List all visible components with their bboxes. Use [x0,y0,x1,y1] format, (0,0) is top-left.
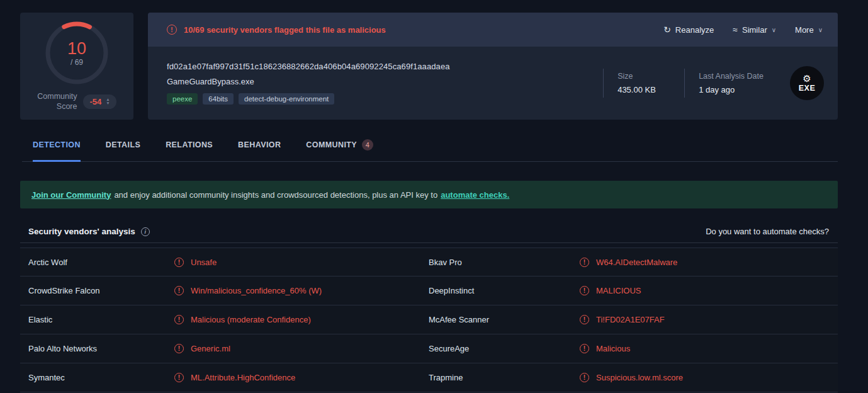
similar-icon: ≈ [733,25,738,35]
detection-score-value: 10 [67,40,86,57]
reanalyze-button[interactable]: ↻ Reanalyze [663,25,714,35]
file-header-card: ! 10/69 security vendors flagged this fi… [148,13,838,120]
tag-peexe[interactable]: peexe [167,93,198,105]
table-row: Palo Alto Networks ! Generic.ml SecureAg… [20,334,838,363]
alert-icon: ! [580,286,589,295]
alert-icon: ! [174,258,184,267]
tab-behavior[interactable]: BEHAVIOR [238,139,281,162]
detection-result: ! W64.AIDetectMalware [580,258,838,267]
detection-result: ! Suspicious.low.ml.score [580,373,838,382]
detection-result: ! Generic.ml [174,344,429,353]
banner-text: and enjoy additional community insights … [114,190,437,200]
tag-detect-debug-environment[interactable]: detect-debug-environment [239,93,334,105]
vendor-name: Symantec [28,373,174,382]
automate-checks-link[interactable]: automate checks. [441,190,509,200]
file-name: GameGuardBypass.exe [167,77,589,86]
table-row: Elastic ! Malicious (moderate Confidence… [20,305,838,334]
join-community-link[interactable]: Join our Community [31,190,111,200]
tab-detection[interactable]: DETECTION [33,139,81,162]
section-title: Security vendors' analysis [28,227,135,236]
alert-icon: ! [174,315,184,324]
exe-file-type-icon: ⚙ EXE [790,66,824,100]
table-row: CrowdStrike Falcon ! Win/malicious_confi… [20,276,838,305]
community-score-card: 10 / 69 Community Score -54 ▲ ▼ [20,13,133,120]
community-score-badge[interactable]: -54 ▲ ▼ [83,94,116,109]
file-hash: fd02a1e07faf997d31f51c186236882662da406b… [167,62,589,71]
file-tags: peexe 64bits detect-debug-environment [167,93,589,105]
detection-result: ! Win/malicious_confidence_60% (W) [174,286,429,295]
vendor-name: DeepInstinct [429,286,580,295]
vendor-name: CrowdStrike Falcon [28,286,174,295]
join-community-banner: Join our Communityand enjoy additional c… [20,181,838,208]
vendor-name: Elastic [28,315,174,324]
detection-score-total: / 69 [70,58,83,67]
vendor-name: SecureAge [429,344,580,353]
security-vendors-analysis-section: Security vendors' analysis i Do you want… [20,220,838,392]
vendor-name: McAfee Scanner [429,315,580,324]
table-row: Arctic Wolf ! Unsafe Bkav Pro ! W64.AIDe… [20,248,838,276]
alert-icon: ! [580,315,589,324]
vendor-name: Arctic Wolf [28,258,174,267]
tab-details[interactable]: DETAILS [106,139,140,162]
last-analysis-date: Last Analysis Date 1 day ago [699,72,764,94]
gear-icon: ⚙ [803,74,811,84]
table-row: Symantec ! ML.Attribute.HighConfidence T… [20,363,838,392]
tab-relations[interactable]: RELATIONS [166,139,213,162]
chevron-down-icon: ∨ [772,26,776,33]
detection-result: ! ML.Attribute.HighConfidence [174,373,429,382]
community-score-value: -54 [89,97,101,106]
similar-button[interactable]: ≈ Similar ∨ [733,25,776,35]
vendor-name: Bkav Pro [429,258,580,267]
vote-down-caret-icon[interactable]: ▼ [106,101,110,105]
divider [684,69,685,98]
malicious-warning-text: 10/69 security vendors flagged this file… [184,25,386,35]
alert-icon: ! [174,344,184,353]
tag-64bits[interactable]: 64bits [203,93,234,105]
malicious-warning-strip: ! 10/69 security vendors flagged this fi… [148,13,838,47]
automate-checks-prompt[interactable]: Do you want to automate checks? [706,227,829,236]
tab-community[interactable]: COMMUNITY 4 [306,139,373,162]
alert-icon: ! [580,373,589,382]
vendors-table: Arctic Wolf ! Unsafe Bkav Pro ! W64.AIDe… [20,248,838,392]
info-icon[interactable]: i [141,227,150,236]
community-count-badge: 4 [362,139,373,151]
detection-result: ! Unsafe [174,258,429,267]
alert-icon: ! [580,258,589,267]
report-tabs: DETECTION DETAILS RELATIONS BEHAVIOR COM… [22,139,838,162]
vendor-name: Trapmine [429,373,580,382]
detection-result: ! Ti!FD02A1E07FAF [580,315,838,324]
community-score-label: Community Score [37,91,77,111]
alert-icon: ! [167,25,177,35]
detection-score-gauge: 10 / 69 [44,20,110,86]
more-button[interactable]: More ∨ [795,25,823,35]
chevron-down-icon: ∨ [818,26,823,33]
detection-result: ! Malicious (moderate Confidence) [174,315,429,324]
divider [603,69,604,98]
file-size: Size 435.00 KB [617,72,670,94]
alert-icon: ! [174,286,184,295]
vendor-name: Palo Alto Networks [28,344,174,353]
refresh-icon: ↻ [663,25,671,35]
alert-icon: ! [580,344,589,353]
alert-icon: ! [174,373,184,382]
detection-result: ! Malicious [580,344,838,353]
detection-result: ! MALICIOUS [580,286,838,295]
